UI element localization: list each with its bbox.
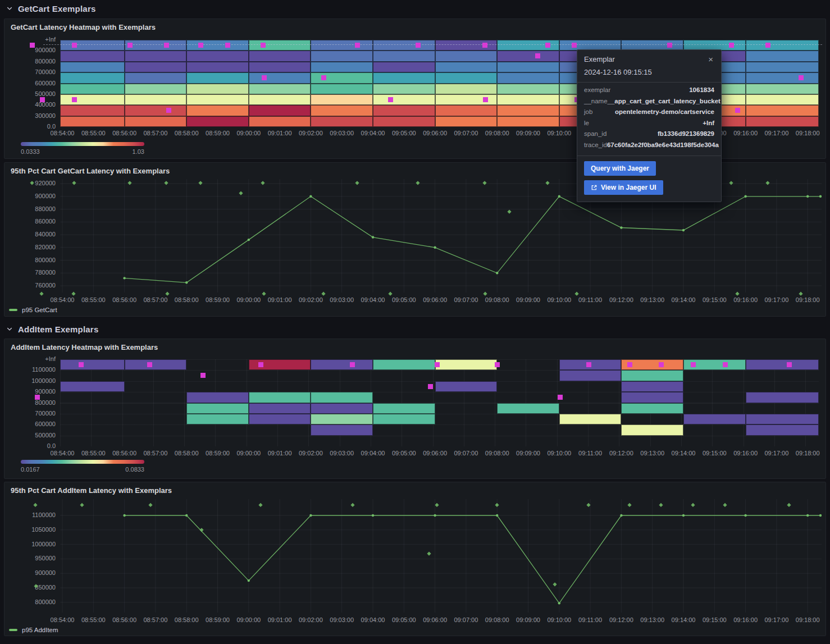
- heatmap-cell[interactable]: [746, 62, 819, 72]
- exemplar-marker[interactable]: [765, 43, 770, 48]
- heatmap-cell[interactable]: [125, 51, 187, 61]
- exemplar-marker[interactable]: [787, 362, 792, 367]
- heatmap-cell[interactable]: [125, 40, 187, 51]
- heatmap-cell[interactable]: [311, 414, 373, 424]
- exemplar-marker[interactable]: [729, 43, 734, 48]
- heatmap-cell[interactable]: [249, 72, 311, 83]
- heatmap-cell[interactable]: [373, 403, 435, 414]
- exemplar-marker[interactable]: [355, 43, 360, 48]
- heatmap-cell[interactable]: [60, 94, 125, 105]
- heatmap-cell[interactable]: [497, 403, 559, 414]
- exemplar-marker[interactable]: [72, 43, 77, 48]
- heatmap-cell[interactable]: [559, 414, 622, 424]
- heatmap-cell[interactable]: [311, 392, 373, 403]
- exemplar-marker[interactable]: [735, 108, 740, 113]
- heatmap-cell[interactable]: [186, 40, 249, 51]
- heatmap-cell[interactable]: [249, 84, 311, 94]
- exemplar-marker[interactable]: [586, 362, 591, 367]
- heatmap-cell[interactable]: [125, 62, 187, 72]
- heatmap-cell[interactable]: [60, 40, 125, 51]
- heatmap-cell[interactable]: [373, 116, 435, 127]
- heatmap-cell[interactable]: [186, 414, 249, 424]
- heatmap-cell[interactable]: [746, 51, 819, 61]
- close-icon[interactable]: ×: [707, 55, 714, 64]
- heatmap-cell[interactable]: [60, 51, 125, 61]
- heatmap-cell[interactable]: [373, 40, 435, 51]
- section-row-getcart[interactable]: GetCart Exemplars: [0, 0, 830, 17]
- exemplar-marker[interactable]: [545, 43, 550, 48]
- exemplar-marker[interactable]: [198, 43, 203, 48]
- exemplar-marker[interactable]: [127, 43, 133, 48]
- heatmap-cell[interactable]: [621, 392, 683, 403]
- heatmap-cell[interactable]: [373, 51, 435, 61]
- exemplar-marker[interactable]: [262, 75, 267, 80]
- heatmap-cell[interactable]: [186, 392, 249, 403]
- heatmap-cell[interactable]: [249, 392, 311, 403]
- exemplar-marker[interactable]: [321, 75, 326, 80]
- exemplar-marker[interactable]: [659, 362, 664, 367]
- heatmap-cell[interactable]: [497, 62, 559, 72]
- heatmap-cell[interactable]: [249, 105, 311, 116]
- series-legend-label[interactable]: p95 GetCart: [22, 307, 57, 313]
- heatmap-cell[interactable]: [186, 84, 249, 94]
- heatmap-cell[interactable]: [311, 40, 373, 51]
- heatmap-cell[interactable]: [249, 116, 311, 127]
- heatmap-cell[interactable]: [125, 116, 187, 127]
- heatmap-cell[interactable]: [311, 84, 373, 94]
- exemplar-marker[interactable]: [723, 362, 728, 367]
- heatmap-cell[interactable]: [373, 359, 435, 370]
- heatmap-cell[interactable]: [621, 424, 683, 435]
- exemplar-marker[interactable]: [558, 395, 563, 400]
- heatmap-cell[interactable]: [249, 414, 311, 424]
- heatmap-cell[interactable]: [746, 94, 819, 105]
- heatmap-cell[interactable]: [435, 40, 498, 51]
- heatmap-cell[interactable]: [621, 403, 683, 414]
- section-title[interactable]: GetCart Exemplars: [18, 4, 95, 13]
- exemplar-marker[interactable]: [572, 43, 577, 48]
- heatmap-cell[interactable]: [746, 424, 819, 435]
- exemplar-marker[interactable]: [30, 43, 35, 48]
- heatmap-cell[interactable]: [746, 392, 819, 403]
- heatmap-cell[interactable]: [186, 403, 249, 414]
- heatmap-cell[interactable]: [60, 359, 125, 370]
- heatmap-cell[interactable]: [186, 72, 249, 83]
- exemplar-marker[interactable]: [40, 97, 45, 102]
- heatmap-cell[interactable]: [311, 72, 373, 83]
- heatmap-cell[interactable]: [373, 94, 435, 105]
- heatmap-cell[interactable]: [497, 72, 559, 83]
- exemplar-marker[interactable]: [483, 97, 488, 102]
- heatmap-cell[interactable]: [746, 414, 819, 424]
- heatmap-cell[interactable]: [186, 62, 249, 72]
- heatmap-cell[interactable]: [311, 62, 373, 72]
- chevron-down-icon[interactable]: [6, 5, 13, 12]
- heatmap-cell[interactable]: [435, 116, 498, 127]
- heatmap-cell[interactable]: [435, 62, 498, 72]
- heatmap-cell[interactable]: [249, 51, 311, 61]
- exemplar-marker[interactable]: [691, 362, 696, 367]
- heatmap-cell[interactable]: [311, 403, 373, 414]
- exemplar-marker[interactable]: [258, 362, 263, 367]
- heatmap-cell[interactable]: [125, 94, 187, 105]
- heatmap-cell[interactable]: [373, 84, 435, 94]
- chevron-down-icon[interactable]: [6, 326, 13, 332]
- heatmap-cell[interactable]: [559, 370, 622, 381]
- heatmap-cell[interactable]: [125, 72, 187, 83]
- exemplar-marker[interactable]: [482, 43, 487, 48]
- query-with-jaeger-button[interactable]: Query with Jaeger: [584, 161, 656, 176]
- heatmap-cell[interactable]: [249, 94, 311, 105]
- heatmap-cell[interactable]: [746, 72, 819, 83]
- additem-heatmap[interactable]: [60, 359, 819, 446]
- heatmap-cell[interactable]: [497, 84, 559, 94]
- heatmap-cell[interactable]: [746, 116, 819, 127]
- heatmap-cell[interactable]: [373, 72, 435, 83]
- heatmap-cell[interactable]: [311, 105, 373, 116]
- heatmap-cell[interactable]: [186, 51, 249, 61]
- exemplar-marker[interactable]: [627, 362, 632, 367]
- exemplar-marker[interactable]: [79, 362, 84, 367]
- exemplar-marker[interactable]: [35, 395, 40, 400]
- exemplar-marker[interactable]: [225, 43, 230, 48]
- heatmap-cell[interactable]: [311, 51, 373, 61]
- heatmap-cell[interactable]: [249, 403, 311, 414]
- heatmap-cell[interactable]: [746, 105, 819, 116]
- exemplar-marker[interactable]: [495, 362, 500, 367]
